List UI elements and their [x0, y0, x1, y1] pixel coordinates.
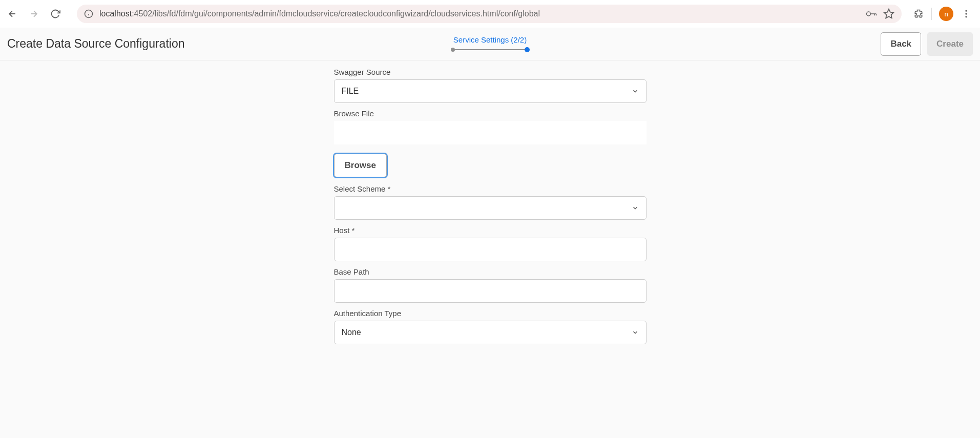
svg-point-7 — [965, 16, 967, 17]
host-input[interactable] — [334, 238, 647, 261]
auth-type-label: Authentication Type — [334, 309, 647, 318]
address-bar[interactable]: localhost:4502/libs/fd/fdm/gui/component… — [77, 5, 902, 23]
svg-point-6 — [965, 13, 967, 14]
auth-type-value: None — [342, 328, 361, 337]
host-group: Host * — [334, 226, 647, 261]
toolbar-icons: n — [913, 7, 972, 21]
browse-file-label: Browse File — [334, 109, 647, 118]
wizard-dot-end[interactable] — [525, 47, 530, 52]
chevron-down-icon — [632, 204, 639, 212]
swagger-source-group: Swagger Source FILE — [334, 68, 647, 103]
back-icon[interactable] — [7, 9, 17, 19]
avatar[interactable]: n — [939, 7, 953, 21]
site-info-icon[interactable] — [84, 9, 93, 18]
browse-file-group: Browse File — [334, 109, 647, 144]
page-title: Create Data Source Configuration — [7, 37, 184, 51]
chevron-down-icon — [632, 329, 639, 336]
wizard-line — [453, 49, 528, 50]
wizard-dot-start[interactable] — [451, 48, 455, 52]
menu-icon[interactable] — [961, 8, 972, 19]
browse-button[interactable]: Browse — [334, 154, 387, 177]
wizard-step-label: Service Settings (2/2) — [453, 35, 527, 44]
base-path-label: Base Path — [334, 267, 647, 276]
swagger-source-select[interactable]: FILE — [334, 79, 647, 103]
forward-icon[interactable] — [29, 9, 39, 19]
app-header: Create Data Source Configuration Service… — [0, 28, 980, 60]
reload-icon[interactable] — [50, 9, 60, 19]
select-scheme-group: Select Scheme * — [334, 184, 647, 220]
wizard-steps: Service Settings (2/2) — [451, 35, 530, 52]
auth-type-select[interactable]: None — [334, 321, 647, 344]
form-container: Swagger Source FILE Browse File Browse S… — [334, 60, 647, 344]
toolbar-divider — [931, 8, 932, 20]
url-host: localhost — [99, 9, 132, 18]
chevron-down-icon — [632, 88, 639, 95]
select-scheme-select[interactable] — [334, 196, 647, 220]
swagger-source-label: Swagger Source — [334, 68, 647, 76]
header-actions: Back Create — [881, 32, 973, 56]
url-path: /libs/fd/fdm/gui/components/admin/fdmclo… — [152, 9, 540, 18]
browser-toolbar: localhost:4502/libs/fd/fdm/gui/component… — [0, 0, 980, 28]
nav-controls — [7, 9, 60, 19]
auth-type-group: Authentication Type None — [334, 309, 647, 344]
svg-marker-4 — [884, 9, 893, 18]
base-path-group: Base Path — [334, 267, 647, 303]
svg-point-3 — [867, 12, 871, 16]
avatar-letter: n — [944, 10, 948, 18]
star-icon[interactable] — [883, 8, 894, 19]
host-label: Host * — [334, 226, 647, 235]
swagger-source-value: FILE — [342, 87, 359, 96]
url-port: :4502 — [132, 9, 152, 18]
back-button[interactable]: Back — [881, 32, 921, 56]
extensions-icon[interactable] — [913, 8, 924, 19]
base-path-input[interactable] — [334, 279, 647, 303]
wizard-track — [451, 47, 530, 52]
key-icon[interactable] — [866, 8, 877, 19]
select-scheme-label: Select Scheme * — [334, 184, 647, 193]
browse-file-display — [334, 121, 647, 144]
svg-point-5 — [965, 10, 967, 12]
url-text: localhost:4502/libs/fd/fdm/gui/component… — [99, 9, 860, 18]
create-button[interactable]: Create — [927, 32, 973, 56]
